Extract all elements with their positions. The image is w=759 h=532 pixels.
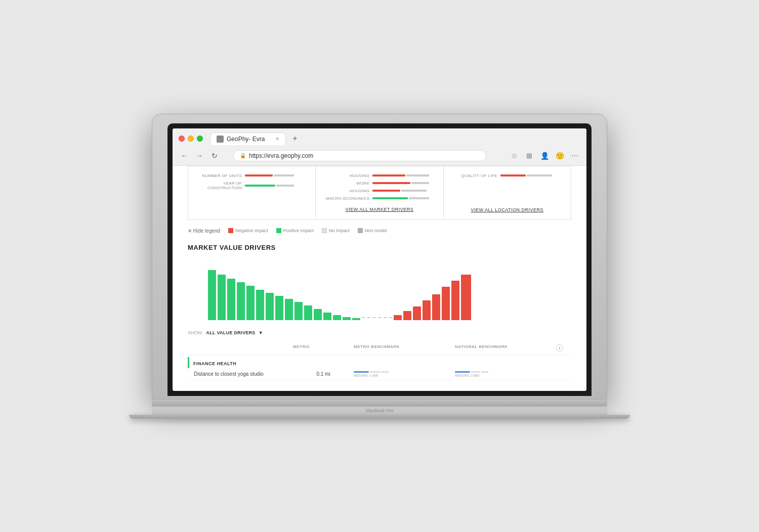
metro-bar-2 <box>370 371 380 373</box>
market-driver-card: HOUSING WORK <box>316 166 443 219</box>
tab-close-icon[interactable]: ✕ <box>275 136 279 142</box>
laptop-base <box>129 415 630 419</box>
table-header: METRIC METRO BENCHMARK NATIONAL BENCHMAR… <box>188 341 571 355</box>
dropdown-arrow-icon[interactable]: ▼ <box>259 330 263 335</box>
forward-button[interactable]: → <box>194 150 205 161</box>
national-bar-3 <box>481 371 488 373</box>
menu-icon[interactable]: ⋯ <box>569 150 580 161</box>
legend-positive: Positive impact <box>276 228 314 233</box>
driver-bar-gray <box>274 174 294 176</box>
tab-title: GeoPhy- Evra <box>227 136 265 143</box>
market-value-section: MARKET VALUE DRIVERS <box>188 244 571 381</box>
favorites-icon[interactable]: ⊞ <box>524 150 535 161</box>
national-bar-2 <box>471 371 480 373</box>
driver-bar-container <box>245 184 307 187</box>
profile-icon[interactable]: 👤 <box>539 150 550 161</box>
chart-bar-12 <box>323 313 331 320</box>
chart-bar-red-3 <box>413 306 421 320</box>
driver-label: MACRO-ECONOMICS <box>324 196 369 201</box>
chart-bar-9 <box>294 302 303 320</box>
driver-label: HOUSING <box>324 173 369 178</box>
driver-row: MACRO-ECONOMICS <box>324 196 435 201</box>
driver-bar-gray <box>527 174 552 176</box>
non-model-color-swatch <box>358 228 363 233</box>
emoji-icon[interactable]: 🙂 <box>554 150 565 161</box>
driver-bar-red <box>372 182 410 184</box>
no-impact-color-swatch <box>322 228 327 233</box>
chart-bar-2 <box>227 279 235 320</box>
legend-negative: Negative impact <box>228 228 268 233</box>
minimize-button[interactable] <box>188 136 194 142</box>
negative-color-swatch <box>228 228 233 233</box>
driver-bar-red <box>372 190 400 192</box>
hide-legend-button[interactable]: ✕ Hide legend <box>188 228 220 234</box>
driver-bar-container <box>245 174 307 177</box>
driver-row: WORK <box>324 181 435 186</box>
view-all-market-drivers-link[interactable]: VIEW ALL MARKET DRIVERS <box>324 207 435 212</box>
driver-bar-container <box>372 189 435 192</box>
driver-label: NUMBER OF UNITS <box>196 173 242 178</box>
national-benchmark-bars <box>455 371 556 373</box>
chart-bar-5 <box>256 290 264 320</box>
chart-bar-red-1 <box>394 315 402 320</box>
driver-row: HOUSING <box>324 173 435 178</box>
metro-bar-3 <box>381 371 389 373</box>
chart-bar-3 <box>237 282 245 320</box>
driver-label: QUALITY OF LIFE <box>452 173 497 178</box>
page-content: NUMBER OF UNITS YEAR OF CONSTRUCTION <box>173 166 586 391</box>
laptop-body: GeoPhy- Evra ✕ + ← → ↻ 🔒 https://evra.ge… <box>152 114 607 400</box>
refresh-button[interactable]: ↻ <box>209 150 220 161</box>
legend-negative-label: Negative impact <box>235 228 268 233</box>
bar-chart <box>188 259 571 320</box>
driver-bar-container <box>500 174 563 177</box>
metro-benchmark-cell: MEDIAN: 0.4mi <box>354 371 455 377</box>
chart-bar-1 <box>218 275 226 320</box>
row-label: Distance to closest yoga studio <box>188 371 293 377</box>
browser-chrome: GeoPhy- Evra ✕ + ← → ↻ 🔒 https://evra.ge… <box>173 128 586 166</box>
chart-bar-red-4 <box>423 300 431 320</box>
col-header-name <box>188 344 293 351</box>
finance-health-section-header: FINANCE HEALTH <box>188 357 571 368</box>
chart-gap <box>362 317 392 318</box>
driver-row: NUMBER OF UNITS <box>196 173 307 178</box>
chart-bar-8 <box>285 299 293 320</box>
driver-bar-container <box>372 174 435 177</box>
driver-row: HOUSING <box>324 189 435 193</box>
url-bar[interactable]: 🔒 https://evra.geophy.com <box>233 150 486 161</box>
info-icon[interactable]: i <box>556 344 563 351</box>
metro-benchmark-label: MEDIAN: 0.4mi <box>354 374 455 377</box>
chart-bar-11 <box>314 309 322 320</box>
driver-bar-green <box>372 197 408 199</box>
metro-bar-1 <box>354 371 369 373</box>
bookmark-icon[interactable]: ☆ <box>509 150 520 161</box>
view-all-location-drivers-link[interactable]: VIEW ALL LOCATION DRIVERS <box>452 207 563 212</box>
col-header-metric: METRIC <box>293 344 354 351</box>
browser-titlebar: GeoPhy- Evra ✕ + <box>173 128 586 148</box>
new-tab-button[interactable]: + <box>290 134 300 144</box>
property-driver-card: NUMBER OF UNITS YEAR OF CONSTRUCTION <box>188 166 316 219</box>
chart-bar-red-8 <box>461 275 471 320</box>
browser-tab[interactable]: GeoPhy- Evra ✕ <box>210 132 286 145</box>
back-button[interactable]: ← <box>179 150 190 161</box>
laptop-brand-label: MacBook Pro <box>152 407 607 415</box>
driver-row: QUALITY OF LIFE <box>452 173 563 178</box>
col-header-national: NATIONAL BENCHMARK <box>455 344 556 351</box>
driver-bar-red <box>245 174 273 176</box>
chart-bar-4 <box>246 286 255 320</box>
show-label: SHOW: <box>188 330 203 335</box>
chart-bar-15 <box>352 318 360 320</box>
legend-non-model-label: Non model <box>365 228 387 233</box>
traffic-lights <box>179 136 203 142</box>
driver-bar-green <box>245 185 275 187</box>
driver-bar-gray <box>409 197 429 199</box>
browser-addressbar: ← → ↻ 🔒 https://evra.geophy.com ☆ ⊞ 👤 🙂 <box>173 148 586 165</box>
legend-no-impact-label: No impact <box>329 228 350 233</box>
screen-bezel: GeoPhy- Evra ✕ + ← → ↻ 🔒 https://evra.ge… <box>167 123 592 396</box>
location-driver-card: QUALITY OF LIFE VIEW ALL LOCATION DRIVER… <box>444 166 571 219</box>
close-button[interactable] <box>179 136 185 142</box>
show-value: ALL VALUE DRIVERS <box>206 330 255 335</box>
chart-bars <box>188 259 571 320</box>
maximize-button[interactable] <box>197 136 203 142</box>
national-bar-1 <box>455 371 470 373</box>
col-header-info: i <box>556 344 571 351</box>
